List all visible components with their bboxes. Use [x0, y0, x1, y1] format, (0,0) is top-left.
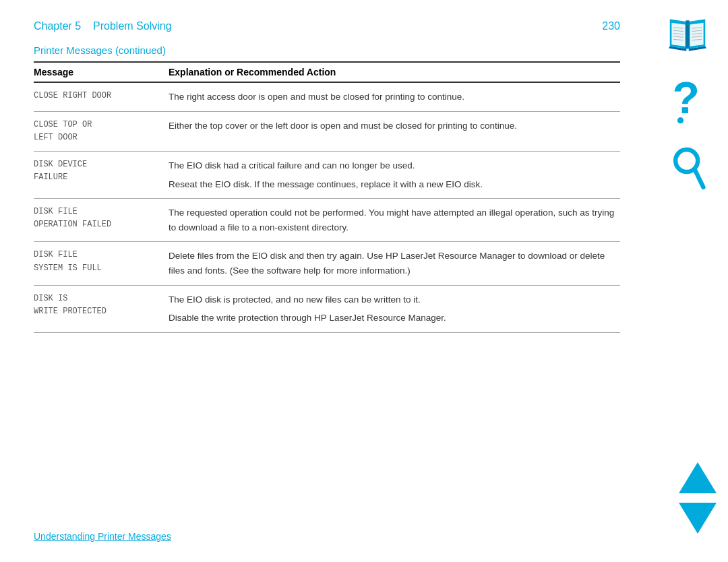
- table-row: DISK ISWRITE PROTECTED The EIO disk is p…: [34, 286, 620, 333]
- explanation-cell: Delete files from the EIO disk and then …: [169, 249, 620, 278]
- explanation-text: The requested operation could not be per…: [169, 206, 620, 235]
- explanation-text: Either the top cover or the left door is…: [169, 119, 620, 133]
- chapter-title: Chapter 5 Problem Solving: [34, 20, 172, 32]
- explanation-text: Delete files from the EIO disk and then …: [169, 249, 620, 278]
- table-row: CLOSE TOP ORLEFT DOOR Either the top cov…: [34, 112, 620, 152]
- sidebar: ?: [647, 0, 728, 562]
- svg-marker-16: [679, 503, 717, 534]
- message-cell: CLOSE RIGHT DOOR: [34, 90, 169, 104]
- message-cell: DISK DEVICEFAILURE: [34, 158, 169, 191]
- explanation-text: The EIO disk is protected, and no new fi…: [169, 292, 620, 307]
- svg-rect-0: [686, 20, 689, 49]
- nav-arrows: [677, 461, 718, 535]
- message-cell: DISK FILESYSTEM IS FULL: [34, 249, 169, 278]
- table-row: DISK FILEOPERATION FAILED The requested …: [34, 199, 620, 242]
- message-cell: CLOSE TOP ORLEFT DOOR: [34, 119, 169, 144]
- chapter-number: Chapter 5: [34, 20, 81, 32]
- table-row: DISK FILESYSTEM IS FULL Delete files fro…: [34, 242, 620, 285]
- messages-table: Message Explanation or Recommended Actio…: [34, 61, 620, 333]
- explanation-text: The EIO disk had a critical failure and …: [169, 158, 620, 173]
- explanation-text: The right access door is open and must b…: [169, 90, 620, 104]
- explanation-cell: The right access door is open and must b…: [169, 90, 620, 104]
- explanation-cell: The requested operation could not be per…: [169, 206, 620, 235]
- explanation-cell: The EIO disk had a critical failure and …: [169, 158, 620, 191]
- svg-line-14: [694, 169, 703, 187]
- question-mark-icon[interactable]: ?: [669, 74, 706, 125]
- table-row: DISK DEVICEFAILURE The EIO disk had a cr…: [34, 152, 620, 199]
- message-cell: DISK ISWRITE PROTECTED: [34, 292, 169, 325]
- footer-link[interactable]: Understanding Printer Messages: [34, 531, 171, 542]
- page-number: 230: [602, 20, 620, 32]
- col-message-header: Message: [34, 67, 169, 77]
- svg-point-12: [677, 117, 683, 123]
- header-row: Chapter 5 Problem Solving 230: [34, 20, 620, 32]
- down-arrow[interactable]: [677, 501, 718, 535]
- svg-marker-15: [679, 462, 717, 493]
- main-content: Chapter 5 Problem Solving 230 Printer Me…: [0, 0, 647, 562]
- explanation-cell: Either the top cover or the left door is…: [169, 119, 620, 144]
- magnify-icon[interactable]: [669, 145, 706, 192]
- section-title: Printer Messages (continued): [34, 44, 620, 56]
- explanation-cell: The EIO disk is protected, and no new fi…: [169, 292, 620, 325]
- up-arrow[interactable]: [677, 461, 718, 495]
- book-icon[interactable]: [664, 13, 711, 54]
- explanation-text-2: Reseat the EIO disk. If the message cont…: [169, 177, 620, 192]
- svg-text:?: ?: [672, 74, 699, 123]
- table-header: Message Explanation or Recommended Actio…: [34, 61, 620, 83]
- col-explanation-header: Explanation or Recommended Action: [169, 67, 620, 77]
- table-row: CLOSE RIGHT DOOR The right access door i…: [34, 83, 620, 112]
- message-cell: DISK FILEOPERATION FAILED: [34, 206, 169, 235]
- chapter-subtitle: Problem Solving: [93, 20, 172, 32]
- explanation-text-2: Disable the write protection through HP …: [169, 311, 620, 325]
